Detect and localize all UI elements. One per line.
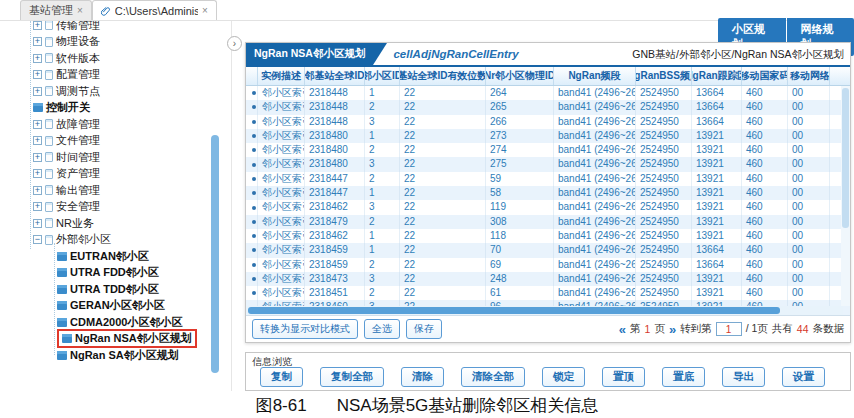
sidebar-item[interactable]: NgRan SA邻小区规划 [0, 347, 232, 364]
compare-mode-button[interactable]: 转换为显示对比模式 [252, 319, 358, 339]
clear-all-button[interactable]: 清除全部 [461, 367, 525, 387]
collapse-minus-icon[interactable]: − [33, 235, 42, 244]
link-icon [101, 6, 111, 16]
tab-file-path[interactable]: C:\Users\Administrator\[× [92, 0, 217, 20]
sidebar-item-label: 控制开关 [46, 100, 90, 115]
sidebar-item[interactable]: −外部邻小区 [0, 232, 232, 249]
sidebar-item-ngran-nsa-selected[interactable]: NgRan NSA邻小区规划 [0, 331, 232, 348]
cell: 22 [400, 86, 486, 100]
sidebar-item[interactable]: GERAN小区邻小区 [0, 298, 232, 315]
close-icon[interactable]: × [77, 5, 83, 16]
pin-bottom-button[interactable]: 置底 [662, 367, 705, 387]
column-header: NgRanBSS频点 [636, 67, 692, 85]
sidebar-item[interactable]: +调测节点 [0, 83, 232, 100]
breadcrumb: GNB基站/外部邻小区/NgRan NSA邻小区规划 [632, 48, 844, 62]
expand-plus-icon[interactable]: + [33, 54, 42, 63]
sidebar-item[interactable]: +输出管理 [0, 182, 232, 199]
sidebar-item[interactable]: UTRA FDD邻小区 [0, 265, 232, 282]
table-row[interactable]: 邻小区索引32318480122273band41 (2496~2690MHz)… [246, 129, 850, 143]
row-dot-icon [252, 163, 256, 167]
tab-station-management[interactable]: 基站管理× [20, 0, 92, 20]
table-row[interactable]: 邻小区索引7231844712258band41 (2496~2690MHz)2… [246, 186, 850, 200]
settings-button[interactable]: 设置 [782, 367, 825, 387]
row-dot-icon [252, 263, 256, 267]
table-row[interactable]: 邻小区索引52318480322275band41 (2496~2690MHz)… [246, 157, 850, 171]
pin-top-button[interactable]: 置顶 [602, 367, 645, 387]
sidebar-item[interactable]: +资产管理 [0, 166, 232, 183]
cell: 118 [486, 229, 554, 243]
expand-plus-icon[interactable]: + [33, 87, 42, 96]
table-horizontal-scrollbar[interactable] [246, 306, 843, 315]
expand-plus-icon[interactable]: + [33, 202, 42, 211]
column-header: NgRan跟踪区 [692, 67, 742, 85]
table-row[interactable]: 邻小区索引14231845122261band41 (2496~2690MHz)… [246, 286, 850, 300]
table-row[interactable]: 邻小区索引02318448122264band41 (2496~2690MHz)… [246, 86, 850, 100]
table-row[interactable]: 邻小区索引12231845922269band41 (2496~2690MHz)… [246, 258, 850, 272]
table-row[interactable]: 邻小区索引102318462122118band41 (2496~2690MHz… [246, 229, 850, 243]
sidebar-item[interactable]: +软件版本 [0, 50, 232, 67]
expand-plus-icon[interactable]: + [33, 21, 42, 30]
sidebar-item-label: 故障管理 [56, 117, 100, 132]
table-row[interactable]: 邻小区索引132318473322248band41 (2496~2690MHz… [246, 272, 850, 286]
cell: 460 [742, 157, 788, 171]
select-all-button[interactable]: 全选 [364, 319, 400, 339]
cell: 2 [365, 100, 400, 114]
row-dot-icon [252, 220, 256, 224]
expand-plus-icon[interactable]: + [33, 37, 42, 46]
table-row[interactable]: 邻小区索引82318462322119band41 (2496~2690MHz)… [246, 200, 850, 214]
cell: 13921 [692, 286, 742, 300]
sidebar-item[interactable]: 控制开关 [0, 100, 232, 117]
table-vertical-scrollbar[interactable] [841, 86, 850, 306]
table-row[interactable]: 邻小区索引22318448322266band41 (2496~2690MHz)… [246, 115, 850, 129]
expand-plus-icon[interactable]: + [33, 169, 42, 178]
copy-button[interactable]: 复制 [260, 367, 303, 387]
table-row[interactable]: 邻小区索引11231845912270band41 (2496~2690MHz)… [246, 243, 850, 257]
sidebar-scrollbar[interactable] [211, 135, 219, 373]
table-row[interactable]: 邻小区索引42318480222274band41 (2496~2690MHz)… [246, 143, 850, 157]
panel-tab[interactable]: NgRan NSA邻小区规划 [246, 43, 373, 65]
sidebar-item[interactable]: +物理设备 [0, 34, 232, 51]
sidebar-item[interactable]: EUTRAN邻小区 [0, 248, 232, 265]
clear-button[interactable]: 清除 [401, 367, 444, 387]
sidebar-item[interactable]: +NR业务 [0, 215, 232, 232]
collapse-sidebar-button[interactable]: › [227, 36, 242, 51]
sidebar-item[interactable]: UTRA TDD邻小区 [0, 281, 232, 298]
copy-all-button[interactable]: 复制全部 [320, 367, 384, 387]
table-row[interactable]: 邻小区索引12318448222265band41 (2496~2690MHz)… [246, 100, 850, 114]
cell: 22 [400, 200, 486, 214]
sidebar-item[interactable]: CDMA2000小区邻小区 [0, 314, 232, 331]
document-icon [45, 169, 53, 179]
save-button[interactable]: 保存 [406, 319, 442, 339]
table-row[interactable]: 邻小区索引6231844722259band41 (2496~2690MHz)2… [246, 172, 850, 186]
current-page: 1 [645, 323, 651, 335]
panel-tab-arrow-icon [373, 43, 387, 65]
close-icon[interactable]: × [202, 5, 208, 16]
sidebar-item[interactable]: +时间管理 [0, 149, 232, 166]
cell: 00 [788, 186, 830, 200]
expand-plus-icon[interactable]: + [33, 153, 42, 162]
goto-page-input[interactable] [716, 322, 742, 336]
expand-plus-icon[interactable]: + [33, 120, 42, 129]
sidebar-item[interactable]: +安全管理 [0, 199, 232, 216]
total-count: 44 [797, 323, 809, 335]
cell: 00 [788, 200, 830, 214]
export-button[interactable]: 导出 [722, 367, 765, 387]
sidebar-item[interactable]: +配置管理 [0, 67, 232, 84]
expand-plus-icon[interactable]: + [33, 219, 42, 228]
prev-page-icon[interactable]: « [619, 322, 626, 337]
sidebar-item[interactable]: +传输管理 [0, 21, 232, 34]
sidebar-item[interactable]: +文件管理 [0, 133, 232, 150]
cell: 2318447 [305, 172, 365, 186]
expand-plus-icon[interactable]: + [33, 70, 42, 79]
sidebar-item-label: 软件版本 [56, 51, 100, 66]
row-bullet-icon [246, 115, 258, 129]
lock-button[interactable]: 锁定 [542, 367, 585, 387]
sidebar-item[interactable]: +故障管理 [0, 116, 232, 133]
cell: 00 [788, 157, 830, 171]
cell: 13664 [692, 100, 742, 114]
table-row[interactable]: 邻小区索引92318479222308band41 (2496~2690MHz)… [246, 215, 850, 229]
expand-plus-icon[interactable]: + [33, 136, 42, 145]
column-header: 邻小区ID [365, 67, 400, 85]
next-page-icon[interactable]: » [669, 322, 676, 337]
expand-plus-icon[interactable]: + [33, 186, 42, 195]
